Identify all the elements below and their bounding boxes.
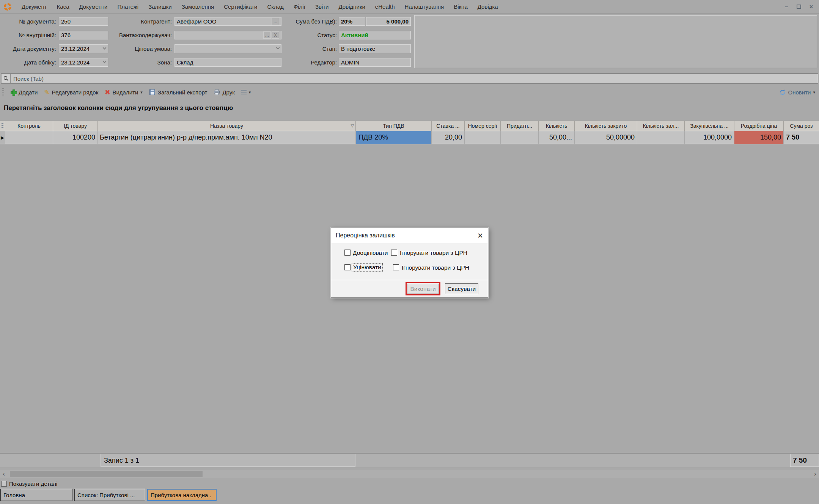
column-header-quantity-closed[interactable]: Кількість закрито	[575, 121, 637, 131]
scrollbar-thumb[interactable]	[10, 471, 203, 477]
downvalue-checkbox[interactable]	[344, 264, 351, 270]
sum-no-vat-value: 5 000,00	[387, 18, 409, 25]
menu-dovidnyky[interactable]: Довідники	[334, 0, 370, 14]
menu-platezhi[interactable]: Платежі	[112, 0, 143, 14]
close-icon[interactable]: ×	[810, 3, 813, 10]
column-header-product-name[interactable]: Назва товару▽	[98, 121, 356, 131]
toolbar-grip-icon[interactable]	[2, 88, 4, 96]
price-condition-field[interactable]	[174, 44, 281, 53]
consignee-browse-button[interactable]: ...	[263, 31, 271, 39]
delete-button[interactable]: ✖Видалити▾	[103, 87, 144, 97]
state-field: В подготовке	[339, 44, 411, 53]
menu-vikna[interactable]: Вікна	[449, 0, 473, 14]
horizontal-scrollbar[interactable]: ‹ ›	[0, 470, 819, 478]
menu-kasa[interactable]: Каса	[52, 0, 74, 14]
show-details-checkbox[interactable]	[1, 481, 7, 487]
account-date-label: Дата обліку:	[0, 58, 56, 67]
chevron-down-icon[interactable]: ▾	[140, 90, 143, 95]
cell-quantity-closed[interactable]: 50,00000	[575, 131, 637, 144]
doc-number-field[interactable]: 250	[59, 17, 108, 26]
downvalue-checkbox-label[interactable]: Уцінювати	[352, 264, 382, 271]
menu-ehealth[interactable]: eHealth	[370, 0, 400, 14]
print-button[interactable]: Друк	[212, 88, 236, 97]
close-icon[interactable]: ✕	[477, 231, 483, 240]
ignore-crn-checkbox-2[interactable]	[393, 264, 399, 270]
tab-spysok-prybutkovi[interactable]: Список: Прибуткові ...	[74, 489, 145, 501]
edit-row-button[interactable]: ✎Редагувати рядок	[42, 87, 100, 97]
restore-icon[interactable]	[797, 5, 801, 9]
consignee-label: Вантажоодержувач:	[108, 31, 172, 39]
cell-quantity[interactable]: 50,00...	[539, 131, 575, 144]
internal-number-field[interactable]: 376	[59, 31, 108, 39]
cell-vat-rate[interactable]: 20,00	[432, 131, 465, 144]
execute-button[interactable]: Виконати	[407, 284, 439, 294]
cell-purchase-price[interactable]: 100,0000	[685, 131, 734, 144]
chevron-down-icon[interactable]: ▾	[813, 90, 815, 95]
show-details-label[interactable]: Показувати деталі	[9, 480, 57, 487]
chevron-down-icon[interactable]	[103, 60, 107, 63]
tab-prybutkova-nakladna[interactable]: Прибуткова накладна .	[147, 489, 217, 501]
column-header-quantity-left[interactable]: Кількість зал...	[637, 121, 685, 131]
menu-zamovlennia[interactable]: Замовлення	[177, 0, 219, 14]
cell-vat-type[interactable]: ПДВ 20%	[356, 131, 432, 144]
consignee-field[interactable]: ... X	[174, 31, 281, 39]
dialog-title-bar[interactable]: Переоцінка залишків ✕	[331, 228, 488, 243]
cell-retail-price[interactable]: 150,00	[734, 131, 784, 144]
menu-nalashtuvannia[interactable]: Налаштування	[400, 0, 449, 14]
column-header-vat-rate[interactable]: Ставка ...	[432, 121, 465, 131]
menu-dokumenty[interactable]: Документи	[74, 0, 112, 14]
cell-product-name[interactable]: Бетаргин (цитраргинин) р-р д/пер.прим.ам…	[98, 131, 356, 144]
upvalue-checkbox-label[interactable]: Дооцінювати	[353, 250, 388, 256]
chevron-down-icon[interactable]	[103, 46, 107, 50]
zone-field[interactable]: Склад	[174, 58, 281, 67]
cell-serial[interactable]	[465, 131, 501, 144]
scroll-right-icon[interactable]: ›	[812, 470, 818, 478]
doc-date-field[interactable]: 23.12.2024	[59, 44, 108, 53]
refresh-button[interactable]: Оновити ▾	[779, 89, 819, 96]
column-header-quantity[interactable]: Кількість	[539, 121, 575, 131]
cancel-button[interactable]: Скасувати	[445, 283, 478, 294]
search-input[interactable]	[11, 75, 818, 82]
menu-zalyshky[interactable]: Залишки	[143, 0, 177, 14]
account-date-field[interactable]: 23.12.2024	[59, 58, 108, 67]
cell-quantity-left[interactable]	[637, 131, 685, 144]
export-button[interactable]: Загальний експорт	[148, 88, 209, 97]
menu-dovidka[interactable]: Довідка	[473, 0, 503, 14]
table-row[interactable]: ▶ 100200 Бетаргин (цитраргинин) р-р д/пе…	[0, 131, 819, 144]
column-header-retail-price[interactable]: Роздрібна ціна	[734, 121, 784, 131]
add-button[interactable]: Додати	[9, 88, 39, 97]
ignore-crn-checkbox-1[interactable]	[391, 250, 397, 256]
cell-product-id[interactable]: 100200	[53, 131, 98, 144]
column-header-vat-type[interactable]: Тип ПДВ	[356, 121, 432, 131]
consignee-clear-button[interactable]: X	[272, 31, 279, 39]
minimize-icon[interactable]: –	[785, 3, 788, 10]
scroll-left-icon[interactable]: ‹	[1, 470, 7, 478]
column-header-control[interactable]: Контроль	[5, 121, 53, 131]
menu-dokument[interactable]: Документ	[17, 0, 52, 14]
filter-funnel-icon[interactable]: ▽	[351, 124, 354, 128]
menu-zvity[interactable]: Звіти	[310, 0, 334, 14]
upvalue-checkbox[interactable]	[344, 250, 351, 256]
status-label: Статус:	[281, 31, 337, 39]
column-header-serial[interactable]: Номер серії	[465, 121, 501, 131]
cell-control[interactable]	[5, 131, 53, 144]
menu-sklad[interactable]: Склад	[262, 0, 288, 14]
column-header-purchase-price[interactable]: Закупівельна ...	[685, 121, 734, 131]
tab-holovna[interactable]: Головна	[0, 489, 72, 501]
column-header-expiry[interactable]: Придатн...	[501, 121, 539, 131]
sum-no-vat-label: Сума без ПДВ):	[281, 17, 337, 26]
print-button-label: Друк	[222, 89, 234, 96]
ignore-crn-label-2[interactable]: Ігнорувати товари з ЦРН	[402, 264, 469, 271]
menu-filii[interactable]: Філії	[289, 0, 310, 14]
menu-sertyfikaty[interactable]: Сертифікати	[219, 0, 262, 14]
column-chooser-button[interactable]: ▾	[240, 89, 253, 96]
contractor-browse-button[interactable]: ...	[272, 18, 279, 25]
contractor-field[interactable]: Авефарм ООО ...	[174, 17, 281, 26]
chevron-down-icon[interactable]	[276, 46, 280, 50]
column-header-retail-sum[interactable]: Сума роз	[784, 121, 819, 131]
cell-expiry[interactable]	[501, 131, 539, 144]
ignore-crn-label-1[interactable]: Ігнорувати товари з ЦРН	[400, 250, 467, 256]
group-by-panel[interactable]: Перетягніть заголовок колонки сюди для у…	[0, 99, 819, 117]
cell-retail-sum[interactable]: 7 50	[784, 131, 819, 144]
column-header-product-id[interactable]: ІД товару	[53, 121, 98, 131]
